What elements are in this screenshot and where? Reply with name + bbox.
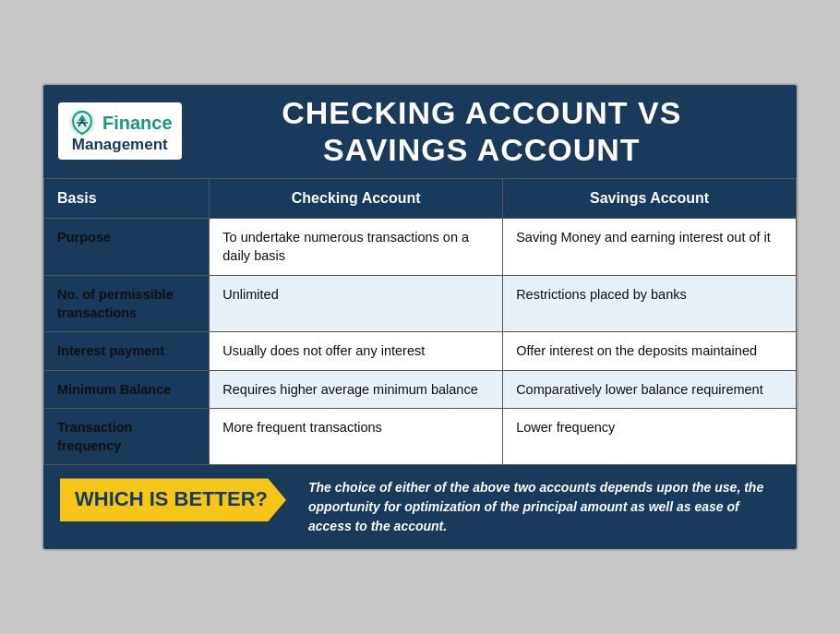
- table-row: PurposeTo undertake numerous transaction…: [44, 219, 797, 276]
- which-better-label: WHICH IS BETTER?: [75, 487, 268, 511]
- checking-cell: Requires higher average minimum balance: [210, 370, 503, 408]
- logo-icon: [67, 108, 97, 138]
- basis-cell: No. of permissible transactions: [44, 275, 210, 332]
- basis-cell: Purpose: [44, 219, 210, 276]
- logo-box: Finance Management: [58, 102, 182, 160]
- table-header-row: Basis Checking Account Savings Account: [44, 179, 797, 219]
- which-better-box: WHICH IS BETTER?: [60, 478, 286, 520]
- savings-cell: Saving Money and earning interest out of…: [503, 219, 797, 276]
- basis-cell: Interest payment: [44, 332, 210, 370]
- header-title: CHECKING ACCOUNT vs SAVINGS ACCOUNT: [182, 94, 782, 170]
- savings-cell: Lower frequency: [503, 408, 797, 465]
- col-header-savings: Savings Account: [503, 179, 797, 219]
- savings-cell: Offer interest on the deposits maintaine…: [503, 332, 797, 370]
- basis-cell: Transaction frequency: [44, 408, 210, 465]
- table-row: Minimum BalanceRequires higher average m…: [44, 370, 797, 408]
- table-row: No. of permissible transactionsUnlimited…: [44, 275, 797, 332]
- checking-cell: Usually does not offer any interest: [210, 332, 503, 370]
- checking-cell: Unlimited: [210, 275, 503, 332]
- checking-cell: More frequent transactions: [210, 408, 503, 465]
- savings-cell: Comparatively lower balance requirement: [503, 370, 797, 408]
- header: Finance Management CHECKING ACCOUNT vs S…: [43, 85, 797, 179]
- table-row: Transaction frequencyMore frequent trans…: [44, 408, 797, 465]
- table-row: Interest paymentUsually does not offer a…: [44, 332, 797, 370]
- checking-cell: To undertake numerous transactions on a …: [210, 219, 503, 276]
- logo-finance-text: Finance: [102, 113, 173, 134]
- comparison-table: Basis Checking Account Savings Account P…: [43, 178, 797, 465]
- logo-management-text: Management: [72, 136, 168, 154]
- basis-cell: Minimum Balance: [44, 370, 210, 408]
- bottom-description: The choice of either of the above two ac…: [286, 478, 780, 536]
- savings-cell: Restrictions placed by banks: [503, 275, 797, 332]
- col-header-basis: Basis: [44, 179, 210, 219]
- main-card: Finance Management CHECKING ACCOUNT vs S…: [42, 83, 798, 552]
- col-header-checking: Checking Account: [210, 179, 503, 219]
- bottom-section: WHICH IS BETTER? The choice of either of…: [43, 465, 797, 549]
